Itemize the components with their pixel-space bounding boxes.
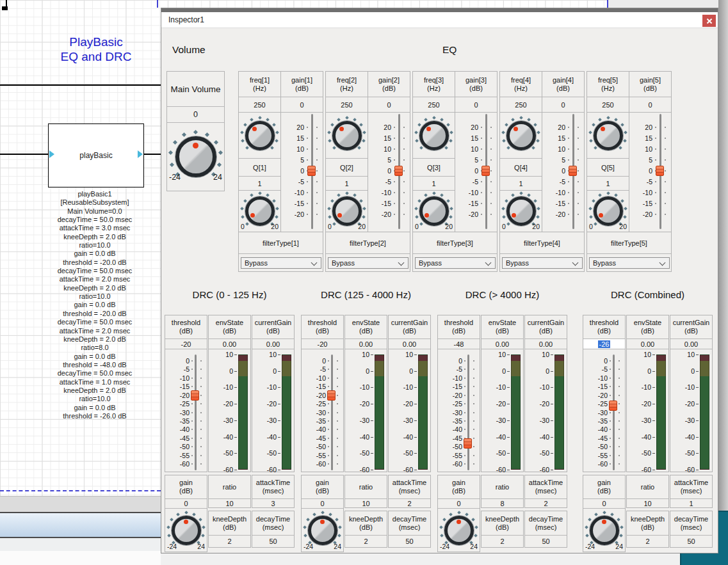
- q-knob-cell[interactable]: 0 20: [413, 191, 455, 232]
- freq-value[interactable]: 250: [326, 97, 368, 113]
- q-knob-cell[interactable]: 0 20: [326, 191, 368, 232]
- gain-value[interactable]: 0: [281, 97, 323, 113]
- scrollbar-shadow-strip[interactable]: [718, 0, 728, 565]
- gain-slider[interactable]: 20151050-5-10-15-20: [455, 113, 497, 232]
- filter-type-select[interactable]: Bypass: [589, 257, 670, 269]
- tick-mark: [610, 369, 611, 370]
- freq-knob-cell[interactable]: [326, 113, 368, 159]
- kneedepth-value[interactable]: 2: [481, 536, 523, 547]
- freq-knob[interactable]: [240, 116, 280, 155]
- ratio-value[interactable]: 10: [209, 499, 250, 507]
- gain-knob-cell[interactable]: -24 24: [165, 509, 207, 552]
- tick-mark: [490, 214, 492, 215]
- filter-type-select[interactable]: Bypass: [502, 257, 583, 269]
- threshold-value[interactable]: -26: [583, 339, 625, 349]
- tick-label: -15: [455, 200, 478, 207]
- gain-slider[interactable]: 20151050-5-10-15-20: [368, 113, 410, 232]
- threshold-slider[interactable]: 0-5-10-15-20-25-30-35-40-45-50-55-60: [438, 349, 480, 472]
- ratio-value[interactable]: 10: [627, 499, 668, 507]
- gain-value[interactable]: 0: [302, 499, 343, 509]
- gain-value[interactable]: 0: [368, 97, 410, 113]
- tick-label: -30: [438, 409, 462, 417]
- decaytime-value[interactable]: 50: [525, 536, 567, 547]
- tick-mark: [568, 138, 569, 139]
- threshold-value[interactable]: -48: [438, 339, 480, 349]
- attacktime-value[interactable]: 1: [670, 499, 712, 507]
- gain-knob-cell[interactable]: -24 24: [583, 509, 625, 552]
- gain-value[interactable]: 0: [455, 97, 497, 113]
- main-volume-knob-cell[interactable]: -24 24: [167, 123, 224, 191]
- q-value[interactable]: 1: [500, 177, 542, 191]
- decaytime-value[interactable]: 50: [252, 536, 294, 547]
- attacktime-value[interactable]: 3: [252, 499, 294, 507]
- tick-mark: [316, 159, 318, 161]
- knob-indicator-dot: [320, 520, 325, 524]
- freq-knob-cell[interactable]: [239, 113, 280, 159]
- slider-handle[interactable]: [394, 166, 403, 176]
- gain-slider[interactable]: 20151050-5-10-15-20: [542, 113, 584, 232]
- attacktime-value[interactable]: 2: [389, 499, 430, 507]
- attacktime-value[interactable]: 2: [525, 499, 567, 507]
- freq-knob[interactable]: [414, 116, 454, 155]
- q-knob-cell[interactable]: 0 20: [239, 191, 280, 232]
- threshold-slider[interactable]: 0-5-10-15-20-25-30-35-40-45-50-55-60: [583, 349, 625, 472]
- freq-value[interactable]: 250: [239, 97, 280, 113]
- tick-mark: [490, 127, 492, 128]
- slider-handle[interactable]: [191, 390, 199, 401]
- decaytime-value[interactable]: 50: [670, 536, 712, 547]
- slider-handle[interactable]: [327, 390, 336, 401]
- kneedepth-value[interactable]: 2: [627, 536, 668, 547]
- meter-bar: [554, 354, 564, 470]
- gain-value[interactable]: 0: [542, 97, 584, 113]
- tick-mark: [652, 437, 655, 438]
- freq-knob-cell[interactable]: [500, 113, 542, 159]
- slider-handle[interactable]: [569, 166, 577, 176]
- freq-knob[interactable]: [327, 116, 367, 155]
- freq-value[interactable]: 250: [587, 97, 629, 113]
- close-button[interactable]: [702, 15, 716, 27]
- slider-handle[interactable]: [464, 438, 472, 449]
- ratio-value[interactable]: 8: [481, 499, 523, 507]
- gain-knob-cell[interactable]: -24 24: [438, 509, 480, 552]
- threshold-value[interactable]: -20: [302, 339, 343, 349]
- ratio-value[interactable]: 10: [345, 499, 387, 507]
- slider-handle[interactable]: [656, 166, 664, 176]
- kneedepth-value[interactable]: 2: [345, 536, 387, 547]
- freq-knob-cell[interactable]: [413, 113, 455, 159]
- q-knob-cell[interactable]: 0 20: [500, 191, 542, 232]
- q-value[interactable]: 1: [587, 177, 629, 191]
- freq-value[interactable]: 250: [413, 97, 455, 113]
- slider-handle[interactable]: [609, 401, 617, 411]
- gain-slider[interactable]: 20151050-5-10-15-20: [281, 113, 323, 232]
- gain-value[interactable]: 0: [629, 97, 671, 113]
- gain-knob-cell[interactable]: -24 24: [302, 509, 343, 552]
- decaytime-value[interactable]: 50: [389, 536, 430, 547]
- knob-tick-icon: [440, 193, 444, 197]
- main-volume-value[interactable]: 0: [167, 107, 224, 123]
- slider-handle[interactable]: [307, 166, 316, 176]
- gain-slider[interactable]: 20151050-5-10-15-20: [629, 113, 671, 232]
- gain-value[interactable]: 0: [438, 499, 480, 509]
- gain-value[interactable]: 0: [165, 499, 207, 509]
- freq-knob-cell[interactable]: [587, 113, 629, 159]
- threshold-slider[interactable]: 0-5-10-15-20-25-30-35-40-45-50-55-60: [302, 349, 343, 472]
- gain-value[interactable]: 0: [583, 499, 625, 509]
- q-value[interactable]: 1: [326, 177, 368, 191]
- filter-type-select[interactable]: Bypass: [328, 257, 408, 269]
- threshold-slider[interactable]: 0-5-10-15-20-25-30-35-40-45-50-55-60: [165, 349, 207, 472]
- q-value[interactable]: 1: [413, 177, 455, 191]
- q-knob-cell[interactable]: 0 20: [587, 191, 629, 232]
- tick-mark: [316, 203, 318, 204]
- freq-value[interactable]: 250: [500, 97, 542, 113]
- filter-type-select[interactable]: Bypass: [415, 257, 496, 269]
- slider-handle[interactable]: [481, 166, 490, 176]
- playbasic-block[interactable]: playBasic: [48, 123, 144, 187]
- threshold-value[interactable]: -20: [165, 339, 207, 349]
- filter-type-select[interactable]: Bypass: [241, 257, 321, 269]
- titlebar[interactable]: Inspector1: [161, 12, 718, 28]
- tick-label: 10: [209, 351, 233, 358]
- kneedepth-value[interactable]: 2: [209, 536, 250, 547]
- q-value[interactable]: 1: [239, 177, 280, 191]
- freq-knob[interactable]: [501, 116, 541, 155]
- freq-knob[interactable]: [588, 116, 628, 155]
